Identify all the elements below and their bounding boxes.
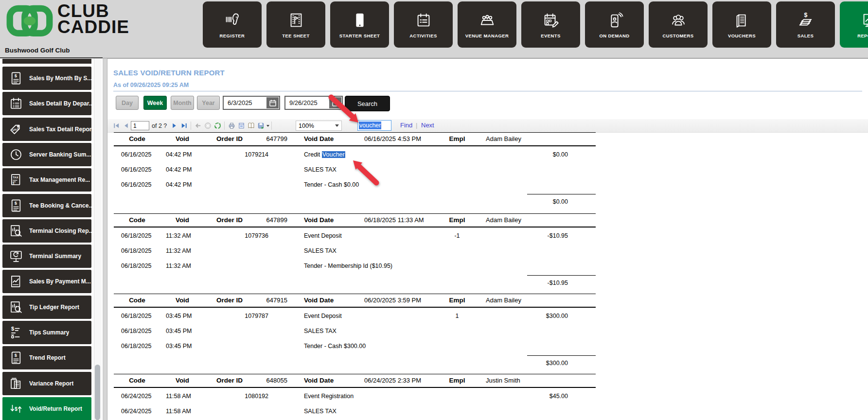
cell-description: Tender - Cash $0.00 xyxy=(304,180,359,190)
cell-description: Event Registration xyxy=(304,391,354,401)
nav-button-label: VOUCHERS xyxy=(728,33,756,38)
cell-quantity: -1 xyxy=(443,231,472,241)
employee-name: Adam Bailey xyxy=(486,215,521,225)
svg-text:TAX: TAX xyxy=(13,176,18,179)
nav-button-events[interactable]: EVENTS xyxy=(521,1,580,48)
calendar-pencil-icon xyxy=(542,11,560,30)
nav-button-label: CUSTOMERS xyxy=(662,33,693,38)
sidebar-item-terminal-closing[interactable]: Terminal Closing Rep... xyxy=(2,219,91,243)
sidebar-item-tee-booking[interactable]: $Tee Booking & Cance... xyxy=(2,194,91,217)
sidebar-item-tip-ledger[interactable]: Tip Ledger Report xyxy=(2,296,91,319)
phone-signal-icon xyxy=(605,11,624,30)
sidebar-item-trend-report[interactable]: $Trend Report xyxy=(2,346,91,369)
subtotal-rule xyxy=(527,275,596,276)
column-header-void-date: Void Date xyxy=(304,134,334,144)
nav-button-label: REGISTER xyxy=(220,33,245,38)
doc-dollar-icon: $ xyxy=(9,71,23,86)
cell-amount: $300.00 xyxy=(519,311,568,321)
group-header-rule xyxy=(114,227,596,228)
sidebar-item-variance-report[interactable]: Variance Report xyxy=(2,372,91,395)
sidebar-item-terminal-summary[interactable]: Terminal Summary xyxy=(2,245,91,268)
svg-text:$: $ xyxy=(15,353,17,358)
cell-void-date: 06/16/2025 xyxy=(121,180,152,190)
cell-void-time: 11:32 AM xyxy=(166,261,191,271)
cell-description: Tender - Cash $300.00 xyxy=(304,341,366,351)
cell-void-time: 04:42 PM xyxy=(166,180,192,190)
column-header-empl: Empl xyxy=(443,134,472,144)
order-id-value: 647915 xyxy=(248,296,287,305)
cell-void-date: 06/16/2025 xyxy=(121,165,152,175)
sale-tag-icon: SALE xyxy=(9,122,23,137)
group-header-rule xyxy=(114,387,596,388)
cell-void-time: 11:32 AM xyxy=(166,231,191,241)
svg-text:$: $ xyxy=(11,326,14,332)
variance-docs-icon xyxy=(9,376,23,391)
report-group: CodeVoidOrder ID647899Void Date06/18/202… xyxy=(107,213,868,294)
nav-button-label: EVENTS xyxy=(541,33,560,38)
description-text: Tender - Membership Id ($10.95) xyxy=(304,262,392,269)
cell-void-date: 06/18/2025 xyxy=(121,246,152,256)
chart-magnifier-icon xyxy=(9,300,23,315)
cell-void-time: 11:58 AM xyxy=(166,406,191,416)
nav-button-starter-sheet[interactable]: STARTER SHEET xyxy=(330,1,389,48)
sidebar-item-label: Sales By Payment M... xyxy=(29,278,91,285)
group-subtotal: $300.00 xyxy=(519,358,568,368)
sidebar-item-tips-summary[interactable]: $Tips Summary xyxy=(2,321,91,344)
description-text: Event Deposit xyxy=(304,313,342,319)
cell-description: Tender - Membership Id ($10.95) xyxy=(304,261,392,271)
nav-button-register[interactable]: REGISTER xyxy=(203,1,262,48)
sidebar-item-server-banking[interactable]: Server Banking Sum... xyxy=(2,143,91,166)
subtotal-rule xyxy=(527,194,596,194)
column-header-code: Code xyxy=(123,215,152,225)
monitor-refresh-icon xyxy=(9,249,23,263)
sidebar-item-label: Trend Report xyxy=(29,354,66,361)
void-date-value: 06/20/2025 3:59 PM xyxy=(364,296,421,305)
report-group: CodeVoidOrder ID648055Void Date06/24/202… xyxy=(107,374,868,420)
chart-magnifier-icon xyxy=(9,224,23,238)
svg-text:$: $ xyxy=(804,12,807,18)
sidebar-item-tax-management[interactable]: TAX$Tax Management Re... xyxy=(2,168,91,192)
sidebar-item-label: Tax Management Re... xyxy=(29,176,90,183)
description-text: Tender - Cash $300.00 xyxy=(304,343,366,350)
nav-button-reports[interactable]: REPORTS xyxy=(840,1,868,48)
sidebar-item-label: Void/Return Report xyxy=(29,405,82,412)
club-name: Bushwood Golf Club xyxy=(5,47,70,54)
description-text: SALES TAX xyxy=(304,166,337,173)
nav-button-tee-sheet[interactable]: TEE SHEET xyxy=(266,1,325,48)
doc-dollar-icon: $ xyxy=(9,198,23,213)
group-top-rule xyxy=(114,132,596,133)
column-header-empl: Empl xyxy=(443,296,472,305)
sidebar-item-sales-by-month[interactable]: $Sales By Month By S... xyxy=(2,67,91,90)
sidebar-item-sales-tax-detail[interactable]: SALESales Tax Detail Report xyxy=(2,118,91,141)
column-header-order-id: Order ID xyxy=(216,376,243,385)
report-panel: SALES VOID/RETURN REPORT As of 09/26/202… xyxy=(107,58,868,420)
sidebar-item-label: Variance Report xyxy=(29,380,73,387)
column-header-void-date: Void Date xyxy=(304,215,334,225)
sidebar-item-label: Tips Summary xyxy=(29,329,69,336)
nav-button-sales[interactable]: $SALES xyxy=(776,1,835,48)
sidebar-item-partial[interactable] xyxy=(2,59,91,64)
cell-order-number: 1079214 xyxy=(230,150,268,159)
sidebar-scrollbar-thumb[interactable] xyxy=(95,365,100,420)
nav-button-activities[interactable]: ACTIVITIES xyxy=(394,1,453,48)
cell-void-time: 03:45 PM xyxy=(166,311,192,321)
column-header-void: Void xyxy=(168,134,197,144)
sidebar-item-sales-by-payment[interactable]: Sales By Payment M... xyxy=(2,270,91,293)
column-header-empl: Empl xyxy=(443,215,472,225)
cell-void-date: 06/16/2025 xyxy=(121,150,152,159)
group-header-rule xyxy=(114,145,596,146)
nav-button-customers[interactable]: CUSTOMERS xyxy=(649,1,708,48)
void-date-value: 06/16/2025 4:53 PM xyxy=(364,134,421,144)
nav-button-on-demand[interactable]: ON DEMAND xyxy=(585,1,644,48)
sidebar-item-label: Server Banking Sum... xyxy=(29,151,91,158)
column-header-void: Void xyxy=(168,296,197,305)
nav-button-vouchers[interactable]: VOUCHERS xyxy=(712,1,771,48)
meeting-icon xyxy=(478,11,496,30)
report-group: CodeVoidOrder ID647915Void Date06/20/202… xyxy=(107,294,868,374)
nav-button-venue-manager[interactable]: VENUE MANAGER xyxy=(458,1,516,48)
sidebar-item-sales-detail[interactable]: Sales Detail By Depar... xyxy=(2,92,91,115)
svg-text:$: $ xyxy=(15,406,18,412)
column-header-order-id: Order ID xyxy=(216,134,243,144)
sidebar-item-void-return-report[interactable]: $Void/Return Report xyxy=(2,397,91,420)
group-header-rule xyxy=(114,307,596,308)
